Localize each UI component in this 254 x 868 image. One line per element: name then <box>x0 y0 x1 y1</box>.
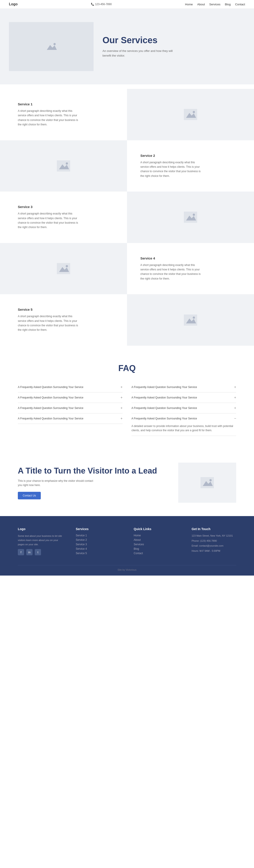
faq-toggle-1-4[interactable]: + <box>121 416 123 421</box>
cta-content: A Title to Turn the Visitor Into a Lead … <box>18 466 169 499</box>
footer-tagline: Some text about your business to let sit… <box>18 534 62 546</box>
faq-q-2-3: A Frequently Asked Question Surrounding … <box>131 406 232 410</box>
service-2-desc: A short paragraph describing exactly wha… <box>140 160 203 178</box>
service-5-title: Service 5 <box>18 308 114 311</box>
service-2-title: Service 2 <box>140 154 236 157</box>
faq-answer-2-4: A detailed answer to provide information… <box>131 422 236 433</box>
service-4-desc: A short paragraph describing exactly wha… <box>140 263 203 281</box>
faq-item-2-4-header[interactable]: A Frequently Asked Question Surrounding … <box>131 416 236 421</box>
service-row-5: Service 5 A short paragraph describing e… <box>0 294 254 346</box>
footer-col-services: Services Service 1 Service 2 Service 3 S… <box>76 527 120 556</box>
footer-quicklinks-title: Quick Links <box>134 527 178 531</box>
footer-link-services[interactable]: Services <box>134 543 178 546</box>
faq-col-1: A Frequently Asked Question Surrounding … <box>18 382 123 436</box>
footer-link-about[interactable]: About <box>134 538 178 541</box>
faq-item-2-2[interactable]: A Frequently Asked Question Surrounding … <box>131 393 236 403</box>
faq-title: FAQ <box>18 364 236 373</box>
footer-service-2[interactable]: Service 2 <box>76 538 120 541</box>
service-4-image <box>0 243 127 294</box>
svg-point-14 <box>66 265 68 267</box>
footer-top: Logo Some text about your business to le… <box>18 527 236 556</box>
faq-toggle-2-3[interactable]: + <box>234 406 236 410</box>
faq-item-2-1[interactable]: A Frequently Asked Question Surrounding … <box>131 382 236 393</box>
footer-contact-title: Get In Touch <box>192 527 236 531</box>
service-row-1: Service 1 A short paragraph describing e… <box>0 89 254 140</box>
footer-logo: Logo <box>18 527 62 531</box>
service-3-desc: A short paragraph describing exactly wha… <box>18 211 80 230</box>
footer-copyright: Site by Victorious <box>118 568 136 571</box>
cta-title: A Title to Turn the Visitor Into a Lead <box>18 466 169 475</box>
service-row-4: Service 4 A short paragraph describing e… <box>0 243 254 294</box>
nav-services[interactable]: Services <box>209 3 220 6</box>
header-nav: Home About Services Blog Contact <box>185 3 245 6</box>
faq-toggle-2-1[interactable]: + <box>234 385 236 389</box>
service-1-text: Service 1 A short paragraph describing e… <box>0 89 127 140</box>
faq-q-2-4: A Frequently Asked Question Surrounding … <box>131 417 232 420</box>
cta-contact-button[interactable]: Contact Us <box>18 492 41 499</box>
nav-about[interactable]: About <box>197 3 205 6</box>
faq-toggle-1-1[interactable]: + <box>121 385 123 389</box>
faq-item-2-4-open: A Frequently Asked Question Surrounding … <box>131 413 236 436</box>
services-section: Service 1 A short paragraph describing e… <box>0 85 254 350</box>
footer-link-contact[interactable]: Contact <box>134 552 178 555</box>
footer-service-3[interactable]: Service 3 <box>76 543 120 546</box>
service-2-text: Service 2 A short paragraph describing e… <box>127 140 254 192</box>
footer-link-blog[interactable]: Blog <box>134 547 178 550</box>
svg-point-8 <box>66 162 68 164</box>
faq-item-1-1[interactable]: A Frequently Asked Question Surrounding … <box>18 382 123 393</box>
svg-point-20 <box>210 479 212 481</box>
footer-col-quicklinks: Quick Links Home About Services Blog Con… <box>134 527 178 556</box>
footer-bottom: Site by Victorious <box>18 565 236 571</box>
footer-service-4[interactable]: Service 4 <box>76 547 120 550</box>
faq-toggle-2-2[interactable]: + <box>234 396 236 400</box>
header-phone: 📞 123-456-7890 <box>91 3 112 6</box>
service-4-text: Service 4 A short paragraph describing e… <box>127 243 254 294</box>
footer-phone: Phone: (123) 456-7890 <box>192 539 236 543</box>
faq-item-1-2[interactable]: A Frequently Asked Question Surrounding … <box>18 393 123 403</box>
faq-toggle-1-2[interactable]: + <box>121 396 123 400</box>
hero-image <box>9 22 94 71</box>
service-1-image <box>127 89 254 140</box>
header: Logo 📞 123-456-7890 Home About Services … <box>0 0 254 9</box>
footer-link-home[interactable]: Home <box>134 534 178 537</box>
cta-description: This is your chance to emphasize why the… <box>18 479 94 487</box>
svg-point-17 <box>193 316 195 319</box>
faq-item-1-4[interactable]: A Frequently Asked Question Surrounding … <box>18 413 123 424</box>
faq-toggle-1-3[interactable]: + <box>121 406 123 410</box>
social-twitter[interactable]: t <box>35 549 41 555</box>
hero-title: Our Services <box>102 35 245 45</box>
footer-social: f in t <box>18 549 62 555</box>
hero-description: An overview of the services you offer an… <box>102 49 174 58</box>
footer: Logo Some text about your business to le… <box>0 516 254 576</box>
footer-address: 123 Main Street, New York, NY 12101 <box>192 534 236 538</box>
nav-blog[interactable]: Blog <box>225 3 231 6</box>
faq-col-2: A Frequently Asked Question Surrounding … <box>131 382 236 436</box>
faq-q-1-4: A Frequently Asked Question Surrounding … <box>18 417 118 420</box>
faq-q-1-2: A Frequently Asked Question Surrounding … <box>18 396 118 399</box>
service-3-text: Service 3 A short paragraph describing e… <box>0 191 127 243</box>
footer-services-title: Services <box>76 527 120 531</box>
faq-q-2-1: A Frequently Asked Question Surrounding … <box>131 385 232 389</box>
nav-contact[interactable]: Contact <box>235 3 245 6</box>
hero-section: Our Services An overview of the services… <box>0 9 254 85</box>
service-5-desc: A short paragraph describing exactly wha… <box>18 314 80 332</box>
service-row-3: Service 3 A short paragraph describing e… <box>0 191 254 243</box>
footer-service-1[interactable]: Service 1 <box>76 534 120 537</box>
nav-home[interactable]: Home <box>185 3 193 6</box>
faq-item-1-3[interactable]: A Frequently Asked Question Surrounding … <box>18 403 123 413</box>
service-1-title: Service 1 <box>18 102 114 106</box>
service-2-image <box>0 140 127 192</box>
social-linkedin[interactable]: in <box>26 549 33 555</box>
faq-toggle-2-4[interactable]: − <box>234 416 236 421</box>
svg-point-11 <box>193 214 195 216</box>
faq-item-2-3[interactable]: A Frequently Asked Question Surrounding … <box>131 403 236 413</box>
footer-col-contact: Get In Touch 123 Main Street, New York, … <box>192 527 236 556</box>
service-4-title: Service 4 <box>140 256 236 260</box>
cta-image <box>178 463 236 503</box>
footer-service-5[interactable]: Service 5 <box>76 552 120 555</box>
service-5-image <box>127 294 254 346</box>
cta-section: A Title to Turn the Visitor Into a Lead … <box>0 449 254 516</box>
service-1-desc: A short paragraph describing exactly wha… <box>18 109 80 127</box>
footer-email: Email: contact@yoursite.com <box>192 544 236 548</box>
social-facebook[interactable]: f <box>18 549 24 555</box>
